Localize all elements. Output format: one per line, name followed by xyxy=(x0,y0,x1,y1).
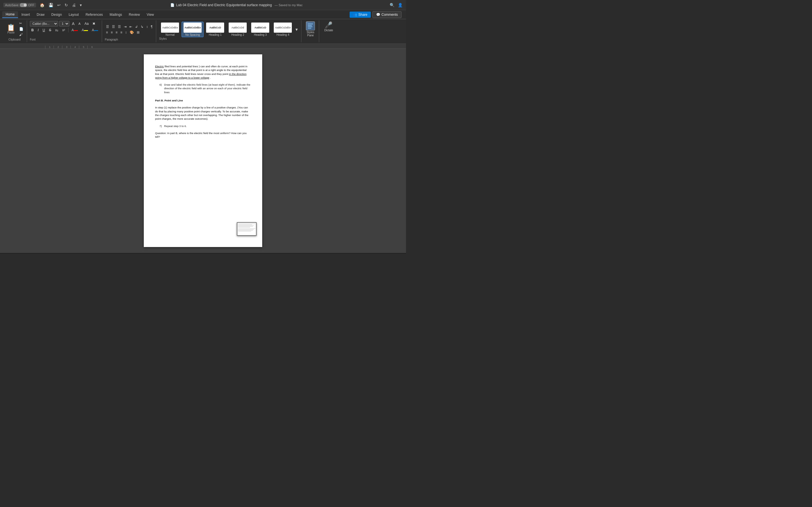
font-color-button[interactable]: A xyxy=(70,27,79,33)
list-item-7-content: Repeat step 3 to 6. xyxy=(164,124,187,128)
dictate-button[interactable]: 🎤 Dictate xyxy=(322,21,335,33)
tab-draw[interactable]: Draw xyxy=(33,11,48,18)
tab-design[interactable]: Design xyxy=(48,11,65,18)
page-thumbnail[interactable] xyxy=(237,222,257,236)
increase-indent-button[interactable]: ⇥ xyxy=(123,24,128,29)
font-case-button[interactable]: Aa xyxy=(83,21,90,26)
customize-button[interactable]: ▾ xyxy=(79,2,83,8)
paragraph-step1: In step (1) replace the positive charge … xyxy=(155,106,251,121)
show-formatting-button[interactable]: ¶ xyxy=(150,24,154,29)
font-family-select[interactable]: Calibri (Bo... xyxy=(30,21,58,26)
undo-button[interactable]: ↩ xyxy=(56,2,62,8)
style-heading3[interactable]: AaBbCcD Heading 3 xyxy=(249,22,271,37)
style-heading2-label: Heading 2 xyxy=(231,33,244,36)
subscript-button[interactable]: x₂ xyxy=(54,27,60,33)
paragraph-group: ☰ ☰ ☰ ⇥ ⇤ ↲ ↳ ↕ ¶ ≡ ≡ ≡ ≡ ↕ 🎨 ⊞ xyxy=(103,20,156,42)
highlight-button[interactable]: A xyxy=(80,27,89,33)
list-row: ☰ ☰ ☰ ⇥ ⇤ ↲ ↳ ↕ ¶ xyxy=(105,24,154,29)
shading-button[interactable]: 🎨 xyxy=(129,30,135,35)
multilevel-list-button[interactable]: ☰ xyxy=(117,24,122,29)
tab-mailings[interactable]: Mailings xyxy=(106,11,125,18)
ltr-button[interactable]: ↲ xyxy=(134,24,139,29)
align-left-button[interactable]: ≡ xyxy=(105,30,109,35)
text-effects-button[interactable]: A xyxy=(91,27,100,33)
style-heading1-label: Heading 1 xyxy=(209,33,221,36)
paragraph-buttons: ☰ ☰ ☰ ⇥ ⇤ ↲ ↳ ↕ ¶ ≡ ≡ ≡ ≡ ↕ 🎨 ⊞ xyxy=(105,21,154,38)
h3-preview-text: AaBbCcD xyxy=(254,26,266,29)
font-size-decrease-button[interactable]: A xyxy=(77,21,82,26)
style-h1-preview: AaBbCcD xyxy=(206,22,224,33)
bold-button[interactable]: B xyxy=(30,27,35,33)
document-area: Electric filed lines and potential lines… xyxy=(0,49,406,252)
tab-view[interactable]: View xyxy=(143,11,157,18)
style-normal[interactable]: AaBbCcDdEe Normal xyxy=(159,22,181,37)
autosave-toggle[interactable] xyxy=(20,3,27,7)
question-text: Question: In part B, where is the electr… xyxy=(155,131,247,138)
search-icon[interactable]: 🔍 xyxy=(390,3,395,7)
justify-button[interactable]: ≡ xyxy=(119,30,123,35)
font-size-increase-button[interactable]: A xyxy=(70,21,76,26)
font-controls-row1: Calibri (Bo... 11 A A Aa ✖ xyxy=(30,21,97,26)
align-right-button[interactable]: ≡ xyxy=(114,30,119,35)
ribbon-tabs: Home Insert Draw Design Layout Reference… xyxy=(0,10,406,19)
ruler-mark-6: 6 xyxy=(87,46,96,48)
electric-underline-start: Electric xyxy=(155,65,164,68)
svg-rect-3 xyxy=(308,28,311,29)
autosave-label: AutoSave xyxy=(5,3,18,7)
list-item-7-text: Repeat step 3 to 6. xyxy=(164,124,187,128)
save-button[interactable]: 💾 xyxy=(47,2,55,8)
profile-icon[interactable]: 👤 xyxy=(398,3,403,7)
italic-button[interactable]: I xyxy=(36,27,40,33)
list-item-6: 6) Draw and label the electric field lin… xyxy=(155,83,251,94)
sort-button[interactable]: ↕ xyxy=(145,24,149,29)
underline-button[interactable]: U xyxy=(41,27,47,33)
format-painter-button[interactable]: 🖌 xyxy=(18,32,24,37)
bullet-list-button[interactable]: ☰ xyxy=(105,24,110,29)
ruler-mark-2: 2 xyxy=(54,46,62,48)
decrease-indent-button[interactable]: ⇤ xyxy=(128,24,133,29)
line-spacing-button[interactable]: ↕ xyxy=(124,30,128,35)
rtl-button[interactable]: ↳ xyxy=(140,24,145,29)
cut-button[interactable]: ✂ xyxy=(18,21,24,26)
styles-pane-button[interactable]: StylesPane xyxy=(304,21,317,38)
tab-review[interactable]: Review xyxy=(125,11,143,18)
number-list-button[interactable]: ☰ xyxy=(111,24,116,29)
thumbnail-inner xyxy=(238,223,256,235)
document-scroll[interactable]: Electric filed lines and potential lines… xyxy=(0,49,406,252)
ruler-mark-1: 1 xyxy=(45,46,54,48)
superscript-button[interactable]: x² xyxy=(61,27,66,33)
style-heading1[interactable]: AaBbCcD Heading 1 xyxy=(204,22,226,37)
autosave-badge[interactable]: AutoSave OFF xyxy=(3,3,36,7)
tab-home[interactable]: Home xyxy=(2,11,18,18)
comments-label: Comments xyxy=(382,13,398,17)
borders-button[interactable]: ⊞ xyxy=(136,30,141,35)
style-normal-label: Normal xyxy=(165,33,174,36)
clipboard-group: 📋 Paste ✂ 📄 🖌 Clipboard xyxy=(2,20,27,42)
print-button[interactable]: 🖨 xyxy=(70,2,77,8)
more-styles-button[interactable]: ▾ xyxy=(294,26,299,33)
style-heading2[interactable]: AaBbCcDd Heading 2 xyxy=(227,22,249,37)
share-button[interactable]: 👥 Share xyxy=(350,11,371,18)
share-label: Share xyxy=(358,13,367,17)
paste-button[interactable]: 📋 Paste xyxy=(4,24,17,35)
align-center-button[interactable]: ≡ xyxy=(110,30,114,35)
home-button[interactable]: 🏠 xyxy=(38,2,46,8)
style-h4-preview: AaBbCcDdEe xyxy=(274,22,292,33)
tab-insert[interactable]: Insert xyxy=(18,11,33,18)
style-heading3-label: Heading 3 xyxy=(254,33,267,36)
comments-icon: 💬 xyxy=(376,13,380,17)
font-size-select[interactable]: 11 xyxy=(59,21,69,26)
redo-button[interactable]: ↻ xyxy=(63,2,69,8)
strikethrough-button[interactable]: S xyxy=(48,27,53,33)
style-no-spacing[interactable]: AaBbCcDdEe No Spacing xyxy=(182,22,204,37)
styles-pane-label: StylesPane xyxy=(307,31,314,37)
tab-references[interactable]: References xyxy=(82,11,106,18)
comments-button[interactable]: 💬 Comments xyxy=(372,11,402,18)
styles-pane-svg xyxy=(307,22,314,29)
tab-layout[interactable]: Layout xyxy=(65,11,82,18)
title-bar: AutoSave OFF 🏠 💾 ↩ ↻ 🖨 ▾ 📄 Lab 04 Electr… xyxy=(0,0,406,10)
doc-title: Lab 04 Electric Field and Electric Equip… xyxy=(176,3,272,7)
clear-formatting-button[interactable]: ✖ xyxy=(91,21,97,26)
copy-button[interactable]: 📄 xyxy=(18,26,24,32)
style-heading4[interactable]: AaBbCcDdEe Heading 4 xyxy=(272,22,294,37)
